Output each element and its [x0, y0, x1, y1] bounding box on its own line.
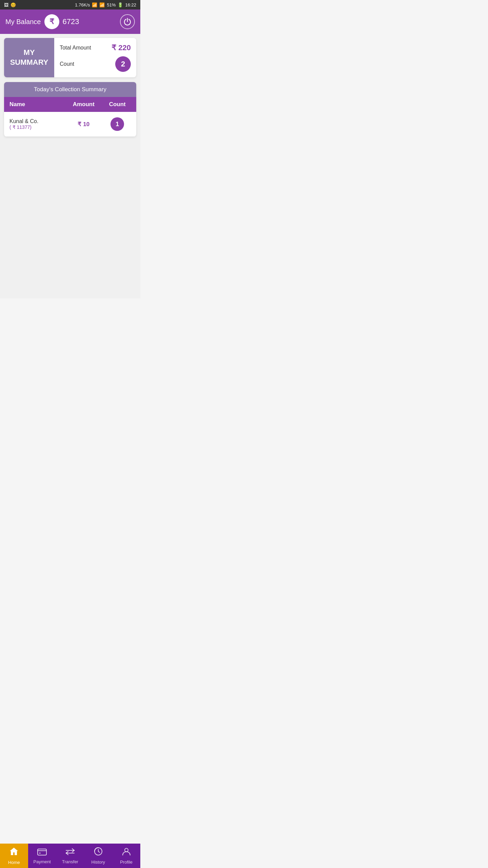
- count-badge: 2: [115, 56, 131, 72]
- count-row: Count 2: [60, 56, 131, 72]
- status-right: 1.76K/s 📶 📶 51% 🔋 16:22: [75, 2, 136, 7]
- header-left: My Balance ₹ 6723: [5, 14, 79, 29]
- count-value: 2: [121, 60, 125, 68]
- row-count-badge: 1: [110, 117, 124, 131]
- row-name-cell: Kunal & Co. ( ₹ 11377): [9, 118, 63, 130]
- balance-title: My Balance: [5, 18, 41, 26]
- rupee-icon: ₹: [44, 14, 59, 29]
- row-count-cell: 1: [104, 117, 131, 131]
- status-bar: 🖼 😊 1.76K/s 📶 📶 51% 🔋 16:22: [0, 0, 140, 9]
- image-icon: 🖼: [4, 2, 8, 7]
- summary-card: MYSUMMARY Total Amount ₹ 220 Count 2: [4, 38, 136, 77]
- summary-right-panel: Total Amount ₹ 220 Count 2: [54, 38, 136, 77]
- collection-card: Today's Collection Summary Name Amount C…: [4, 82, 136, 137]
- status-left: 🖼 😊: [4, 2, 16, 7]
- col-count-header: Count: [104, 101, 131, 108]
- row-amount-cell: ₹ 10: [63, 121, 104, 128]
- network-speed: 1.76K/s: [75, 2, 90, 7]
- col-amount-header: Amount: [63, 101, 104, 108]
- summary-left-panel: MYSUMMARY: [4, 38, 54, 77]
- signal-icon: 📶: [99, 2, 105, 7]
- main-content: MYSUMMARY Total Amount ₹ 220 Count 2 Tod…: [0, 34, 140, 298]
- count-label: Count: [60, 61, 74, 67]
- collection-table-header: Name Amount Count: [4, 97, 136, 112]
- battery-percent: 51%: [107, 2, 116, 7]
- power-button[interactable]: [120, 14, 135, 29]
- emoji-icon: 😊: [11, 2, 16, 7]
- balance-value: 6723: [63, 17, 79, 26]
- battery-icon: 🔋: [118, 2, 123, 7]
- clock: 16:22: [125, 2, 136, 7]
- row-business-name: Kunal & Co.: [9, 118, 63, 124]
- wifi-icon: 📶: [92, 2, 97, 7]
- row-balance: ( ₹ 11377): [9, 124, 63, 130]
- collection-header: Today's Collection Summary: [4, 82, 136, 97]
- total-amount-label: Total Amount: [60, 45, 91, 51]
- collection-rows: Kunal & Co. ( ₹ 11377) ₹ 10 1: [4, 112, 136, 137]
- total-amount-value: ₹ 220: [111, 43, 131, 52]
- header: My Balance ₹ 6723: [0, 9, 140, 34]
- summary-label: MYSUMMARY: [10, 48, 48, 67]
- col-name-header: Name: [9, 101, 63, 108]
- collection-title: Today's Collection Summary: [34, 86, 106, 93]
- total-amount-row: Total Amount ₹ 220: [60, 43, 131, 52]
- table-row: Kunal & Co. ( ₹ 11377) ₹ 10 1: [4, 112, 136, 137]
